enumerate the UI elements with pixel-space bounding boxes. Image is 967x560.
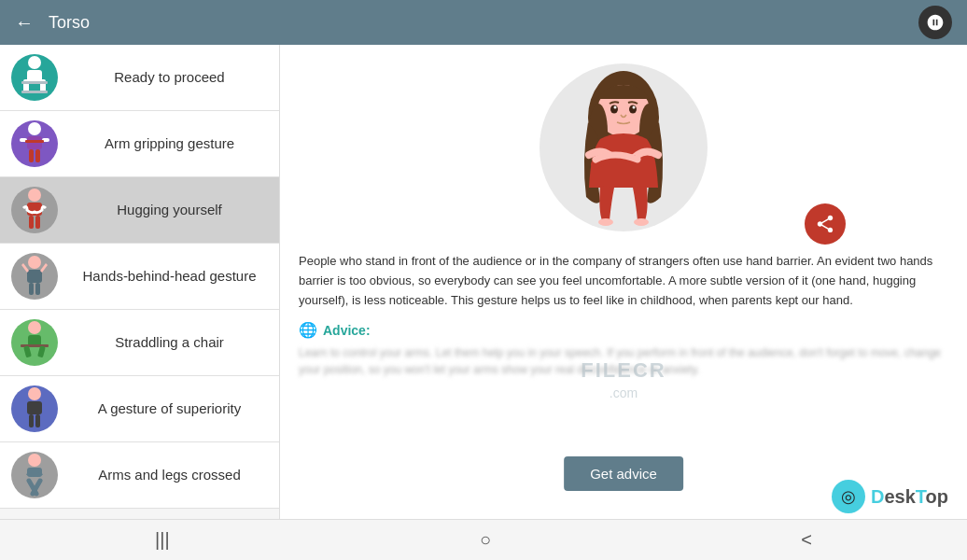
advice-icon: 🌐: [299, 321, 317, 339]
back-button[interactable]: ←: [15, 12, 34, 34]
svg-point-43: [634, 218, 649, 226]
top-bar: ← Torso: [0, 0, 967, 45]
sidebar: Ready to proceed Arm gripping gesture: [0, 45, 280, 519]
svg-point-0: [28, 56, 41, 69]
avatar-arms-legs-crossed: [11, 452, 58, 498]
svg-point-6: [28, 122, 41, 135]
svg-point-42: [598, 218, 613, 226]
description-text: People who stand in front of the audienc…: [299, 252, 948, 310]
svg-rect-18: [27, 270, 42, 283]
svg-rect-25: [37, 345, 46, 357]
svg-point-26: [28, 387, 41, 400]
sidebar-item-arms-legs-crossed[interactable]: Arms and legs crossed: [0, 442, 279, 509]
avatar-arm-gripping: [11, 120, 58, 167]
sidebar-item-gesture-superiority[interactable]: A gesture of superiority: [0, 376, 279, 442]
svg-rect-19: [29, 283, 34, 295]
main-content: Ready to proceed Arm gripping gesture: [0, 45, 967, 519]
svg-rect-27: [27, 401, 42, 414]
svg-rect-5: [21, 81, 48, 84]
sidebar-label-arms-legs-crossed: Arms and legs crossed: [71, 466, 268, 484]
advice-label: Advice:: [323, 323, 371, 338]
svg-rect-4: [21, 91, 48, 93]
content-text-area: People who stand in front of the audienc…: [280, 241, 967, 519]
svg-line-33: [33, 481, 40, 494]
advice-section: 🌐 Advice: Learn to control your arms. Le…: [299, 321, 948, 378]
illustration-area: [280, 45, 967, 241]
svg-rect-15: [29, 216, 34, 229]
svg-point-39: [629, 105, 637, 113]
avatar-ready: [11, 54, 58, 101]
get-advice-button[interactable]: Get advice: [564, 456, 683, 491]
illustration-circle: [540, 63, 708, 231]
sidebar-item-arm-gripping[interactable]: Arm gripping gesture: [0, 111, 279, 177]
advice-header: 🌐 Advice:: [299, 321, 948, 339]
svg-rect-1: [27, 70, 42, 83]
sidebar-label-arm-gripping: Arm gripping gesture: [71, 134, 268, 153]
bottom-bar: ||| ○ <: [0, 519, 967, 560]
avatar-superiority: [11, 385, 58, 432]
svg-point-40: [614, 105, 617, 108]
svg-rect-28: [29, 414, 34, 427]
svg-rect-29: [35, 414, 40, 427]
avatar-hugging: [11, 187, 58, 233]
sidebar-label-ready: Ready to proceed: [71, 68, 268, 87]
sidebar-item-straddling-chair[interactable]: Straddling a chair: [0, 310, 279, 376]
avatar-hands-behind-head: [11, 253, 58, 300]
back-nav-button[interactable]: <: [778, 522, 834, 558]
sidebar-item-hands-behind-head[interactable]: Hands-behind-head gesture: [0, 244, 279, 310]
page-title: Torso: [49, 13, 918, 33]
sidebar-label-superiority: A gesture of superiority: [71, 399, 268, 418]
svg-rect-12: [25, 140, 44, 143]
home-button[interactable]: ○: [457, 522, 513, 558]
sidebar-item-hugging-yourself[interactable]: Hugging yourself: [0, 177, 279, 244]
sidebar-label-straddling: Straddling a chair: [71, 333, 268, 352]
settings-icon[interactable]: [918, 6, 952, 39]
sidebar-item-ready-to-proceed[interactable]: Ready to proceed: [0, 45, 279, 111]
sidebar-label-hugging: Hugging yourself: [71, 201, 268, 219]
svg-point-30: [28, 454, 41, 467]
svg-point-21: [28, 321, 41, 334]
svg-rect-16: [35, 216, 40, 229]
right-panel: People who stand in front of the audienc…: [280, 45, 967, 519]
svg-point-17: [28, 256, 41, 269]
svg-point-41: [633, 105, 636, 108]
svg-rect-24: [23, 345, 32, 357]
svg-rect-10: [29, 149, 34, 162]
svg-rect-20: [35, 283, 40, 295]
menu-button[interactable]: |||: [133, 522, 192, 558]
share-button[interactable]: [805, 203, 846, 245]
svg-rect-11: [35, 149, 40, 162]
sidebar-label-hands-behind-head: Hands-behind-head gesture: [71, 267, 268, 286]
avatar-straddling: [11, 319, 58, 366]
svg-rect-14: [27, 203, 42, 216]
advice-text: Learn to control your arms. Let them hel…: [299, 344, 948, 378]
svg-point-38: [610, 105, 618, 113]
svg-point-13: [28, 189, 41, 202]
